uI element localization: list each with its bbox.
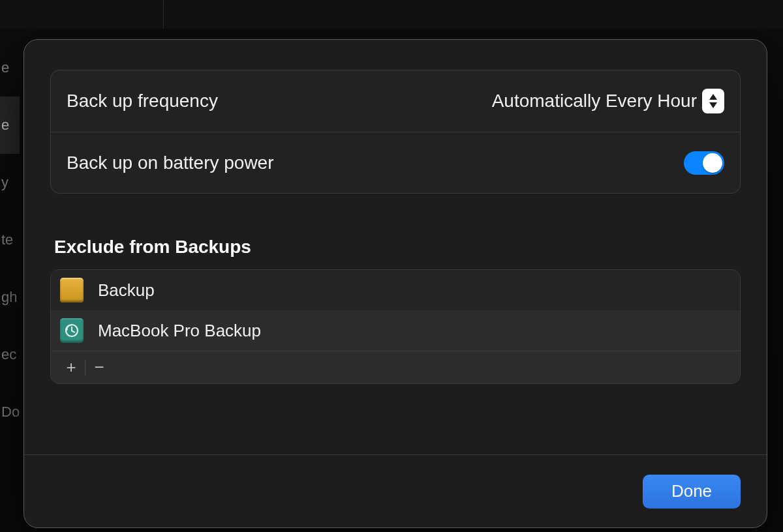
sidebar-fragment-item: e — [0, 96, 20, 154]
minus-icon: − — [94, 357, 104, 377]
backup-frequency-label: Back up frequency — [67, 91, 218, 111]
sheet-body: Back up frequency Automatically Every Ho… — [24, 40, 767, 454]
toggle-knob — [703, 153, 722, 173]
background-toolbar-divider — [163, 0, 164, 29]
backup-frequency-control[interactable]: Automatically Every Hour — [492, 89, 724, 113]
backup-settings-group: Back up frequency Automatically Every Ho… — [50, 70, 741, 194]
sidebar-fragment-item: Do — [0, 383, 20, 441]
drive-timemachine-icon — [60, 318, 84, 343]
sheet-footer: Done — [24, 454, 767, 527]
stepper-updown-icon[interactable] — [702, 89, 724, 113]
plus-icon: + — [66, 357, 76, 377]
remove-exclude-button[interactable]: − — [85, 357, 113, 379]
sidebar-fragment-item: e — [0, 39, 20, 96]
backup-on-battery-row: Back up on battery power — [51, 132, 740, 193]
exclude-item[interactable]: Backup — [51, 270, 740, 310]
options-modal-sheet: Back up frequency Automatically Every Ho… — [23, 39, 767, 528]
add-exclude-button[interactable]: + — [57, 357, 85, 379]
background-toolbar — [0, 0, 783, 29]
sidebar-fragment-item: gh — [0, 269, 20, 326]
sidebar-fragment: e e y te gh ec Do — [0, 39, 20, 441]
exclude-list: Backup MacBook Pro Backup + — [50, 269, 741, 384]
exclude-list-footer: + − — [51, 351, 740, 383]
drive-yellow-icon — [60, 278, 84, 303]
backup-frequency-row: Back up frequency Automatically Every Ho… — [51, 70, 740, 132]
backup-frequency-value: Automatically Every Hour — [492, 91, 697, 111]
exclude-section-title: Exclude from Backups — [54, 237, 741, 258]
backup-on-battery-toggle[interactable] — [684, 151, 724, 175]
exclude-item-name: MacBook Pro Backup — [98, 321, 261, 341]
backup-on-battery-label: Back up on battery power — [67, 153, 274, 173]
sidebar-fragment-item: y — [0, 154, 20, 211]
sidebar-fragment-item: ec — [0, 326, 20, 383]
exclude-item-name: Backup — [98, 280, 155, 301]
sidebar-fragment-item: te — [0, 211, 20, 269]
exclude-item[interactable]: MacBook Pro Backup — [51, 310, 740, 351]
done-button[interactable]: Done — [643, 475, 741, 509]
